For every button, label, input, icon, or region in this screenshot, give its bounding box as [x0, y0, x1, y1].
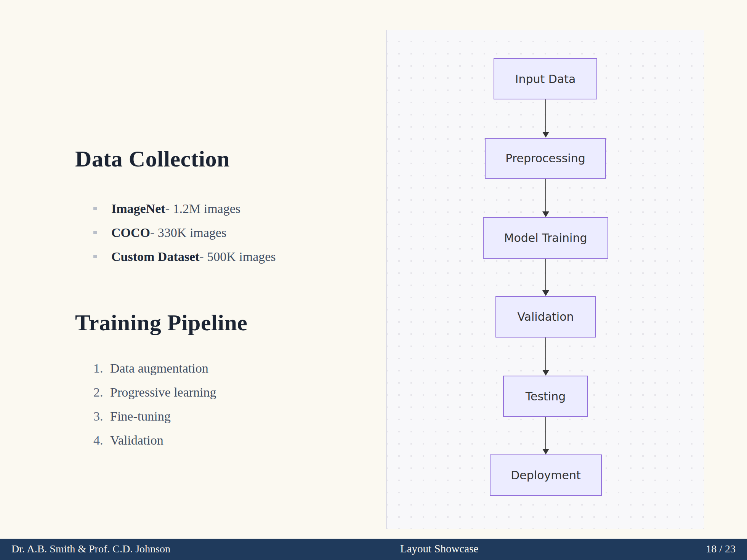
flowchart-node-preprocessing: Preprocessing	[485, 138, 606, 179]
footer-page-number: 18 / 23	[706, 543, 736, 555]
item-number: 1.	[93, 361, 110, 376]
dataset-bullet-list: ImageNet - 1.2M images COCO - 330K image…	[93, 197, 276, 269]
list-item: COCO - 330K images	[93, 221, 276, 245]
item-number: 3.	[93, 409, 110, 424]
arrow-shaft	[545, 417, 546, 449]
flowchart-panel: Input Data Preprocessing Model Training …	[386, 30, 704, 529]
node-label: Validation	[517, 310, 574, 323]
flowchart-node-testing: Testing	[503, 376, 588, 417]
bullet-square-icon	[93, 231, 97, 234]
node-label: Input Data	[515, 72, 576, 86]
footer-author: Dr. A.B. Smith & Prof. C.D. Johnson	[11, 543, 170, 555]
node-label: Deployment	[511, 469, 581, 482]
flowchart-node-input-data: Input Data	[494, 58, 597, 99]
item-text: Data augmentation	[110, 361, 208, 376]
dataset-desc: - 1.2M images	[165, 202, 240, 216]
dataset-desc: - 500K images	[199, 250, 276, 264]
arrow-head-icon	[542, 132, 549, 138]
arrow-shaft	[545, 179, 546, 212]
arrow-shaft	[545, 99, 546, 132]
section-heading-data-collection: Data Collection	[75, 146, 230, 172]
arrow-head-icon	[542, 449, 549, 454]
item-number: 4.	[93, 433, 110, 448]
bullet-square-icon	[93, 255, 97, 258]
arrow-head-icon	[542, 211, 549, 217]
list-item: 4. Validation	[93, 428, 216, 452]
list-item: 2. Progressive learning	[93, 380, 216, 404]
flowchart-node-validation: Validation	[495, 296, 596, 338]
arrow-head-icon	[542, 370, 549, 376]
dataset-name: ImageNet	[111, 202, 165, 216]
section-heading-training-pipeline: Training Pipeline	[75, 310, 247, 336]
arrow-shaft	[545, 338, 546, 370]
item-text: Progressive learning	[110, 385, 216, 400]
arrow-head-icon	[542, 290, 549, 296]
footer-bar: Dr. A.B. Smith & Prof. C.D. Johnson Layo…	[0, 539, 747, 560]
presentation-slide: Data Collection ImageNet - 1.2M images C…	[0, 0, 747, 560]
flowchart-node-model-training: Model Training	[483, 217, 608, 259]
item-text: Fine-tuning	[110, 409, 171, 424]
node-label: Preprocessing	[505, 152, 585, 165]
item-number: 2.	[93, 385, 110, 400]
list-item: 3. Fine-tuning	[93, 404, 216, 428]
dataset-desc: - 330K images	[150, 226, 226, 240]
item-text: Validation	[110, 433, 164, 448]
bullet-square-icon	[93, 207, 97, 210]
footer-slide-title: Layout Showcase	[400, 542, 478, 555]
arrow-shaft	[545, 259, 546, 291]
node-label: Model Training	[504, 231, 587, 245]
list-item: 1. Data augmentation	[93, 356, 216, 380]
dataset-name: COCO	[111, 226, 150, 240]
list-item: Custom Dataset - 500K images	[93, 245, 276, 269]
node-label: Testing	[526, 390, 566, 403]
flowchart-node-deployment: Deployment	[490, 454, 602, 496]
list-item: ImageNet - 1.2M images	[93, 197, 276, 221]
dataset-name: Custom Dataset	[111, 250, 199, 264]
pipeline-numbered-list: 1. Data augmentation 2. Progressive lear…	[93, 356, 216, 452]
